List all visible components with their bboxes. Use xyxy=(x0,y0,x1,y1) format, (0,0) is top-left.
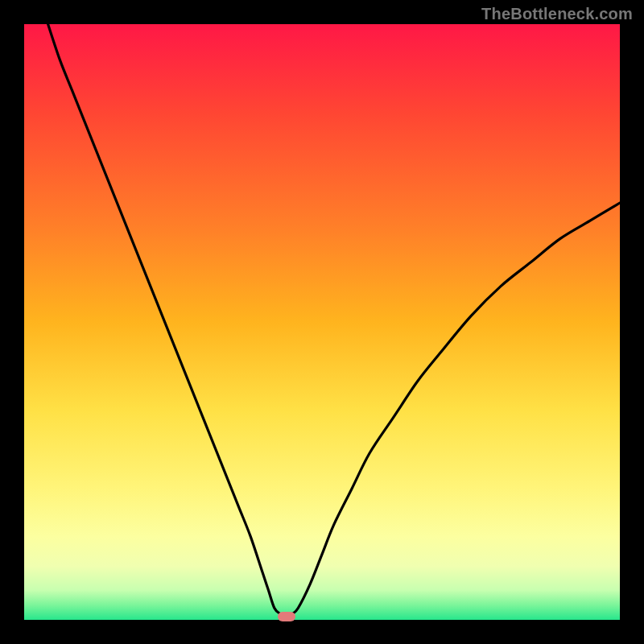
plot-area xyxy=(24,24,620,620)
watermark-text: TheBottleneck.com xyxy=(481,5,633,23)
chart-frame: TheBottleneck.com xyxy=(0,0,644,644)
bottleneck-curve xyxy=(24,24,620,620)
optimal-point-marker xyxy=(278,612,295,621)
